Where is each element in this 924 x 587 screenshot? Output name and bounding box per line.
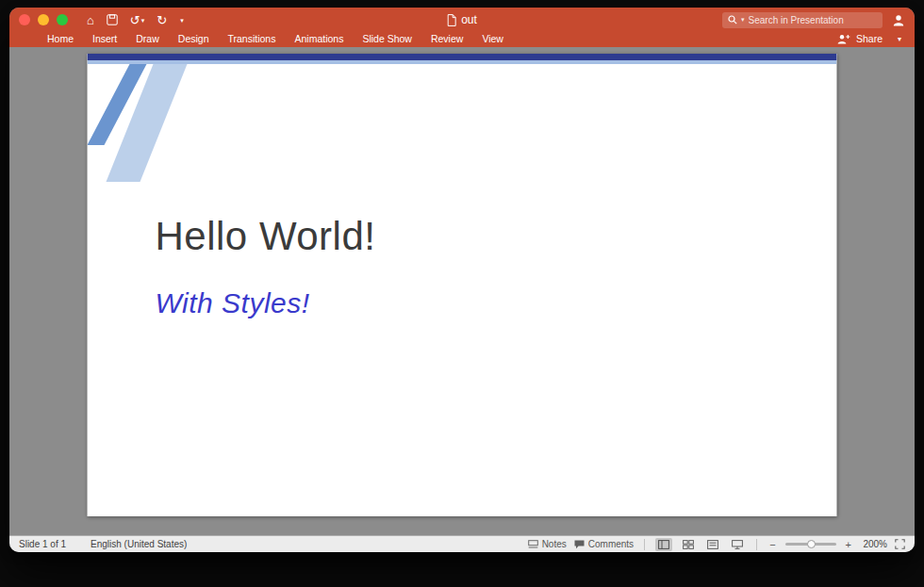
search-icon — [728, 15, 737, 24]
undo-icon: ↺ — [130, 13, 140, 27]
quick-access-toolbar: ⌂ ↺▾ ↻ ▾ — [87, 11, 184, 28]
search-input[interactable] — [749, 15, 877, 25]
zoom-out-button[interactable]: − — [767, 539, 777, 550]
status-bar: Slide 1 of 1 English (United States) Not… — [9, 535, 915, 552]
share-group: Share ▾ — [836, 33, 901, 44]
language-selector[interactable]: English (United States) — [91, 539, 187, 549]
normal-view-icon — [658, 540, 669, 549]
share-button[interactable]: Share — [856, 33, 883, 44]
tab-draw[interactable]: Draw — [126, 33, 169, 44]
comments-icon — [574, 540, 585, 549]
tab-view[interactable]: View — [472, 33, 513, 44]
search-box[interactable]: ▾ — [722, 12, 883, 28]
zoom-slider[interactable] — [785, 543, 836, 546]
slide-indicator: Slide 1 of 1 — [19, 539, 66, 549]
view-slide-sorter-button[interactable] — [680, 538, 697, 551]
status-divider — [756, 539, 757, 550]
status-divider — [644, 539, 645, 550]
ribbon-collapse-icon[interactable]: ▾ — [898, 35, 901, 43]
home-icon[interactable]: ⌂ — [87, 14, 94, 26]
tab-insert[interactable]: Insert — [83, 33, 126, 44]
slide-subtitle-textbox[interactable]: With Styles! — [156, 287, 310, 319]
zoom-slider-thumb[interactable] — [807, 540, 816, 548]
comments-button[interactable]: Comments — [574, 539, 634, 549]
status-left: Slide 1 of 1 English (United States) — [19, 539, 187, 549]
view-slideshow-button[interactable] — [729, 538, 746, 551]
tab-home[interactable]: Home — [38, 33, 83, 44]
reading-view-icon — [707, 540, 718, 549]
slide-canvas[interactable]: Hello World! With Styles! — [9, 47, 915, 535]
account-icon[interactable] — [892, 14, 905, 26]
share-person-add-icon — [836, 34, 850, 44]
document-title: out — [461, 13, 477, 26]
slide[interactable]: Hello World! With Styles! — [88, 54, 837, 516]
titlebar-right: ▾ — [722, 12, 905, 28]
slide-sorter-icon — [683, 540, 694, 549]
tab-design[interactable]: Design — [169, 33, 219, 44]
theme-top-bar-dark — [88, 54, 837, 60]
undo-button[interactable]: ↺▾ — [130, 11, 144, 28]
ribbon-tab-bar: Home Insert Draw Design Transitions Anim… — [9, 32, 915, 47]
theme-diagonal-stripes-decoration — [88, 64, 210, 187]
tab-review[interactable]: Review — [421, 33, 472, 44]
document-icon — [447, 14, 456, 26]
zoom-level[interactable]: 200% — [861, 539, 887, 549]
view-reading-button[interactable] — [704, 538, 721, 551]
slideshow-icon — [732, 540, 743, 549]
powerpoint-window: ⌂ ↺▾ ↻ ▾ out ▾ — [9, 8, 915, 552]
close-button[interactable] — [19, 14, 30, 25]
view-normal-button[interactable] — [655, 538, 672, 551]
notes-icon — [528, 540, 538, 549]
redo-icon[interactable]: ↻ — [157, 14, 167, 26]
comments-label: Comments — [588, 539, 634, 549]
search-scope-dropdown-icon[interactable]: ▾ — [741, 16, 745, 24]
fullscreen-button[interactable] — [57, 14, 68, 25]
slide-title-textbox[interactable]: Hello World! — [156, 214, 376, 259]
zoom-in-button[interactable]: + — [844, 539, 853, 550]
tab-slide-show[interactable]: Slide Show — [353, 33, 421, 44]
minimize-button[interactable] — [38, 14, 49, 25]
save-icon[interactable] — [107, 14, 118, 25]
undo-dropdown-icon[interactable]: ▾ — [141, 17, 145, 24]
notes-label: Notes — [542, 539, 567, 549]
document-title-group: out — [447, 8, 477, 32]
traffic-lights — [19, 14, 68, 25]
tab-transitions[interactable]: Transitions — [218, 33, 285, 44]
tab-animations[interactable]: Animations — [285, 33, 353, 44]
titlebar: ⌂ ↺▾ ↻ ▾ out ▾ — [9, 8, 915, 32]
notes-button[interactable]: Notes — [528, 539, 567, 549]
status-right: Notes Comments — [528, 538, 905, 551]
fit-to-window-icon[interactable] — [895, 539, 905, 549]
customize-toolbar-icon[interactable]: ▾ — [180, 17, 184, 24]
